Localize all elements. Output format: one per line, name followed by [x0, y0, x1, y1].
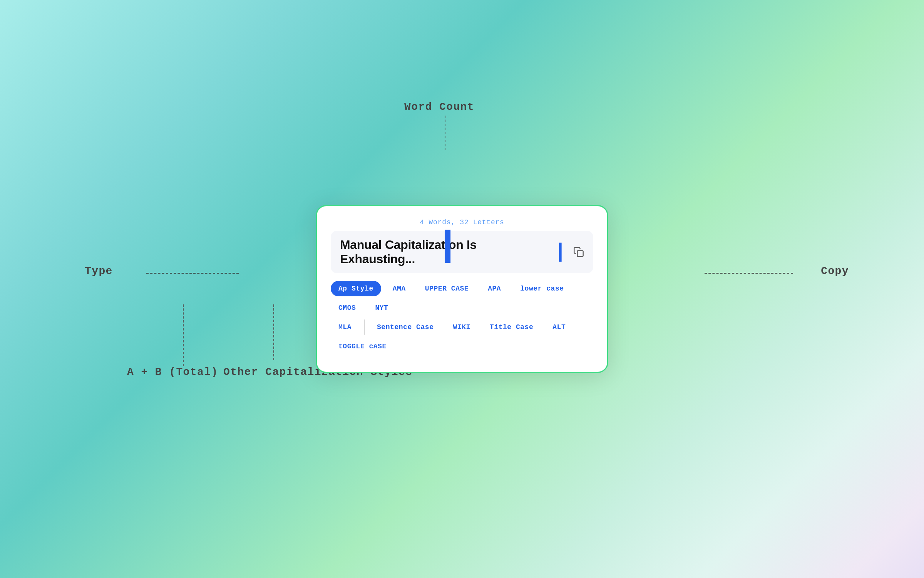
vline-wordcount	[445, 116, 445, 150]
vline-s1	[273, 304, 274, 360]
style-tag-cmos[interactable]: CMOS	[331, 300, 363, 316]
style-tag-wiki[interactable]: WIKI	[445, 319, 478, 335]
style-tag-title-case[interactable]: Title Case	[482, 319, 541, 335]
style-tag-nyt[interactable]: NYT	[367, 300, 396, 316]
main-card-wrapper: 4 Words, 32 Letters Manual Capitalizatio…	[316, 205, 608, 373]
word-count-display: 4 Words, 32 Letters	[331, 218, 593, 226]
copy-button[interactable]	[572, 245, 586, 259]
style-tag-sentence-case[interactable]: Sentence Case	[369, 319, 441, 335]
style-tag-mla[interactable]: MLA	[331, 319, 359, 335]
hline-type	[146, 273, 239, 274]
input-row[interactable]: Manual Capitalization Is Exhausting... |	[331, 231, 593, 273]
svg-rect-0	[578, 251, 583, 257]
type-annotation: Type	[85, 265, 113, 277]
vline-total	[183, 304, 184, 366]
cursor-icon: |	[554, 242, 566, 262]
style-tag-lower-case[interactable]: lower case	[512, 281, 571, 296]
style-tag-alt[interactable]: ALT	[545, 319, 573, 335]
style-tag-upper-case[interactable]: UPPER CASE	[417, 281, 476, 296]
total-annotation: A + B (Total)	[127, 366, 218, 378]
hline-copy	[705, 273, 793, 274]
word-count-annotation: Word Count	[404, 101, 474, 113]
style-tag-apa[interactable]: APA	[480, 281, 509, 296]
text-input[interactable]: Manual Capitalization Is Exhausting...	[340, 238, 551, 266]
main-card: 4 Words, 32 Letters Manual Capitalizatio…	[316, 205, 608, 373]
style-tag-toggle-case[interactable]: tOGGLE cASE	[331, 339, 394, 354]
style-tag-ap-style[interactable]: Ap Style	[331, 281, 381, 296]
style-tag-ama[interactable]: AMA	[385, 281, 413, 296]
style-row-2: MLASentence CaseWIKITitle CaseALTtOGGLE …	[331, 319, 593, 354]
copy-annotation: Copy	[821, 265, 849, 277]
style-row-separator	[364, 319, 365, 335]
style-row-1: Ap StyleAMAUPPER CASEAPAlower caseCMOSNY…	[331, 281, 593, 316]
